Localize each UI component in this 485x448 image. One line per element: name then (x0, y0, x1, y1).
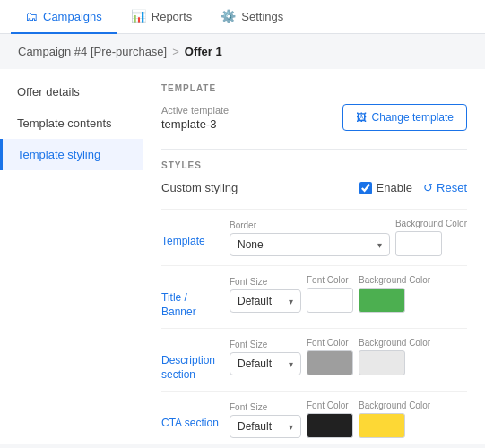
tab-reports[interactable]: 📊 Reports (117, 0, 207, 34)
template-section-label: TEMPLATE (161, 83, 467, 93)
row-label-title-banner: Title / Banner (161, 275, 222, 319)
cta-font-color-group: Font Color (307, 401, 353, 438)
desc-font-size-select[interactable]: Default ▾ (230, 352, 301, 375)
sidebar-item-template-contents[interactable]: Template contents (0, 108, 143, 139)
settings-icon: ⚙️ (221, 9, 236, 23)
styles-section: STYLES Custom styling Enable ↺ Reset (161, 160, 467, 444)
active-template-label: Active template (161, 105, 229, 116)
template-bg-label: Background Color (395, 219, 467, 228)
cta-font-size-select[interactable]: Default ▾ (230, 415, 301, 438)
title-bg-color-label: Background Color (359, 275, 430, 285)
style-row-title-banner: Title / Banner Font Size Default ▾ Font … (161, 265, 467, 328)
reset-button[interactable]: ↺ Reset (423, 181, 467, 194)
style-row-cta: CTA section Font Size Default ▾ Font Col… (161, 391, 467, 444)
row-controls-description: Font Size Default ▾ Font Color Backgroun… (230, 338, 467, 375)
template-section: TEMPLATE Active template template-3 🖼 Ch… (161, 83, 467, 131)
change-template-icon: 🖼 (356, 111, 367, 124)
cta-bg-color-group: Background Color (359, 401, 430, 438)
tab-settings[interactable]: ⚙️ Settings (206, 0, 298, 34)
cta-font-size-label: Font Size (230, 402, 301, 412)
sidebar-item-offer-details[interactable]: Offer details (0, 76, 143, 108)
row-label-description: Description section (161, 338, 222, 382)
desc-font-size-label: Font Size (230, 340, 301, 349)
cta-font-color-label: Font Color (307, 401, 353, 410)
row-controls-title-banner: Font Size Default ▾ Font Color Backgroun… (230, 275, 467, 313)
desc-font-color-group: Font Color (307, 338, 353, 375)
enable-checkbox[interactable] (359, 182, 372, 194)
cta-fs-chevron-icon: ▾ (289, 422, 293, 432)
main-layout: Offer details Template contents Template… (0, 69, 485, 444)
style-row-description: Description section Font Size Default ▾ … (161, 328, 467, 391)
row-controls-cta: Font Size Default ▾ Font Color Backgroun… (230, 401, 467, 438)
title-bg-color-box[interactable] (359, 288, 405, 313)
border-control-group: Border None ▾ (230, 220, 390, 256)
desc-bg-color-box[interactable] (359, 350, 405, 375)
section-divider (161, 149, 467, 150)
row-label-cta: CTA section (161, 401, 222, 431)
custom-styling-label: Custom styling (161, 181, 238, 194)
row-label-template: Template (161, 219, 222, 249)
enable-row: Enable (359, 181, 412, 194)
controls-right: Enable ↺ Reset (359, 181, 467, 194)
cta-font-color-box[interactable] (307, 413, 353, 438)
breadcrumb-chevron: > (172, 45, 179, 58)
title-font-size-select[interactable]: Default ▾ (230, 289, 301, 313)
title-font-color-label: Font Color (307, 275, 353, 285)
template-bg-color-group: Background Color (395, 219, 467, 256)
border-chevron-icon: ▾ (377, 240, 382, 250)
desc-fs-chevron-icon: ▾ (289, 359, 293, 369)
row-controls-template: Border None ▾ Background Color (230, 219, 467, 256)
reset-icon: ↺ (423, 181, 433, 194)
title-fs-chevron-icon: ▾ (289, 297, 293, 306)
style-row-template: Template Border None ▾ Background Color (161, 209, 467, 265)
desc-bg-color-group: Background Color (359, 338, 430, 375)
sidebar: Offer details Template contents Template… (0, 69, 143, 444)
style-table: Template Border None ▾ Background Color (161, 209, 467, 444)
template-info: Active template template-3 (161, 105, 229, 131)
template-row: Active template template-3 🖼 Change temp… (161, 104, 467, 131)
title-font-size-group: Font Size Default ▾ (230, 277, 301, 313)
styles-section-label: STYLES (161, 160, 467, 170)
breadcrumb-current: Offer 1 (185, 45, 222, 58)
breadcrumb: Campaign #4 [Pre-purchase] > Offer 1 (0, 34, 485, 69)
border-label: Border (230, 220, 390, 230)
cta-bg-color-label: Background Color (359, 401, 430, 410)
border-select[interactable]: None ▾ (230, 233, 390, 256)
title-font-color-box[interactable] (307, 288, 353, 313)
breadcrumb-parent[interactable]: Campaign #4 [Pre-purchase] (18, 45, 167, 58)
desc-font-color-label: Font Color (307, 338, 353, 348)
sidebar-item-template-styling[interactable]: Template styling (0, 139, 143, 170)
campaigns-icon: 🗂 (25, 9, 38, 23)
content-area: TEMPLATE Active template template-3 🖼 Ch… (143, 69, 485, 444)
active-template-value: template-3 (161, 117, 216, 131)
cta-font-size-group: Font Size Default ▾ (230, 402, 301, 438)
enable-label: Enable (377, 181, 412, 194)
tab-campaigns[interactable]: 🗂 Campaigns (11, 0, 117, 34)
template-bg-color-box[interactable] (395, 231, 442, 256)
desc-font-color-box[interactable] (307, 350, 353, 375)
custom-styling-row: Custom styling Enable ↺ Reset (161, 181, 467, 194)
cta-bg-color-box[interactable] (359, 413, 405, 438)
title-font-color-group: Font Color (307, 275, 353, 313)
change-template-button[interactable]: 🖼 Change template (342, 104, 467, 131)
reports-icon: 📊 (131, 9, 146, 23)
desc-bg-color-label: Background Color (359, 338, 430, 348)
title-bg-color-group: Background Color (359, 275, 430, 313)
top-tabs: 🗂 Campaigns 📊 Reports ⚙️ Settings (0, 0, 485, 34)
title-font-size-label: Font Size (230, 277, 301, 287)
desc-font-size-group: Font Size Default ▾ (230, 340, 301, 375)
